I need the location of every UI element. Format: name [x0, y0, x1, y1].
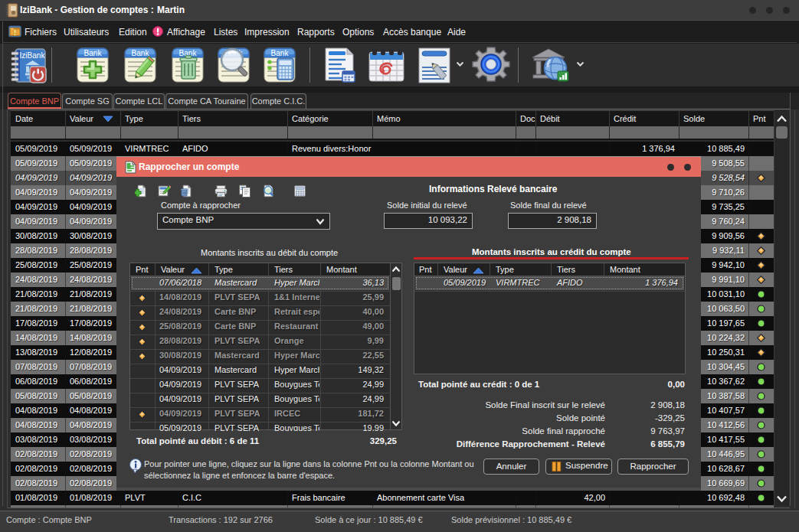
svg-text:Bank: Bank [132, 49, 150, 57]
svg-text:Bank: Bank [84, 49, 103, 57]
svg-text:IziBank: IziBank [20, 51, 46, 60]
svg-text:Bank: Bank [271, 49, 290, 57]
